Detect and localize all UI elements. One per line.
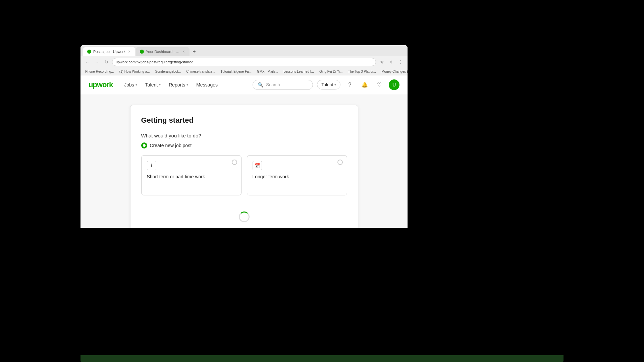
main-content: Getting started What would you like to d…: [80, 94, 408, 228]
bookmark-8[interactable]: Ging Fei Di Yi...: [318, 69, 344, 74]
bookmarks-bar: Phone Recording... (1) How Working a... …: [80, 68, 408, 75]
nav-talent[interactable]: Talent ▾: [142, 79, 164, 90]
nav-jobs[interactable]: Jobs ▾: [121, 79, 141, 90]
short-term-icon: ℹ: [147, 161, 156, 170]
tab-bar: Post a job - Upwork × Your Dashboard - U…: [80, 45, 408, 56]
bookmark-9[interactable]: The Top 3 Platfor...: [346, 69, 377, 74]
upwork-navbar: upwork Jobs ▾ Talent ▾ Reports ▾ Message…: [80, 75, 408, 94]
avatar[interactable]: U: [389, 79, 399, 90]
bookmark-7[interactable]: Lessons Learned I...: [282, 69, 315, 74]
bookmark-6[interactable]: GMX - Mails...: [256, 69, 279, 74]
info-icon: ℹ: [151, 163, 152, 168]
loading-section: [141, 205, 347, 228]
address-bar[interactable]: upwork.com/nx/jobs/post/regular/getting-…: [112, 58, 376, 66]
longer-term-title: Longer term work: [253, 174, 341, 180]
nav-links: Jobs ▾ Talent ▾ Reports ▾ Messages: [121, 79, 253, 90]
loading-spinner: [239, 212, 250, 222]
tab-title-1: Post a job - Upwork: [93, 50, 125, 54]
tab-close-2[interactable]: ×: [182, 49, 185, 54]
help-button[interactable]: ?: [344, 79, 355, 90]
talent-btn-chevron-icon: ▾: [334, 83, 336, 86]
tab-favicon-2: [140, 50, 144, 54]
back-button[interactable]: ←: [84, 58, 91, 66]
talent-dropdown-button[interactable]: Talent ▾: [317, 80, 340, 89]
new-tab-button[interactable]: +: [190, 48, 198, 56]
tab-title-2: Your Dashboard - Upwork: [146, 50, 180, 54]
jobs-chevron-icon: ▾: [136, 83, 137, 86]
dialog-question: What would you like to do?: [141, 133, 347, 138]
reports-chevron-icon: ▾: [186, 83, 188, 86]
dialog-title: Getting started: [141, 116, 347, 125]
longer-term-icon: 📅: [253, 161, 262, 170]
bookmark-1[interactable]: Phone Recording...: [84, 69, 115, 74]
short-term-radio: [232, 160, 237, 165]
create-job-radio-icon: [141, 142, 147, 148]
forward-button[interactable]: →: [93, 58, 101, 66]
short-term-card[interactable]: ℹ Short term or part time work: [141, 155, 241, 195]
search-placeholder: Search: [266, 82, 280, 87]
getting-started-card: Getting started What would you like to d…: [130, 105, 358, 228]
create-new-job-option[interactable]: Create new job post: [141, 142, 347, 148]
work-type-cards: ℹ Short term or part time work 📅 Longer …: [141, 155, 347, 195]
short-term-title: Short term or part time work: [147, 174, 236, 180]
tab-dashboard[interactable]: Your Dashboard - Upwork ×: [136, 47, 190, 56]
favorites-button[interactable]: ♡: [374, 79, 385, 90]
bottom-bar: [80, 355, 564, 362]
reload-button[interactable]: ↻: [103, 58, 110, 66]
create-new-job-label: Create new job post: [150, 143, 192, 148]
bookmark-3[interactable]: Sonderangebot...: [154, 69, 182, 74]
tab-favicon-1: [87, 50, 91, 54]
search-box[interactable]: 🔍 Search: [253, 80, 313, 90]
tab-post-job[interactable]: Post a job - Upwork ×: [83, 47, 135, 56]
bookmark-button[interactable]: ★: [378, 58, 385, 66]
more-button[interactable]: ⋮: [397, 58, 404, 66]
search-icon: 🔍: [258, 82, 263, 87]
extensions-button[interactable]: ◊: [387, 58, 395, 66]
nav-right: 🔍 Search Talent ▾ ? 🔔 ♡ U: [253, 79, 399, 90]
tab-close-1[interactable]: ×: [127, 49, 131, 54]
talent-chevron-icon: ▾: [159, 83, 161, 86]
page-content: upwork Jobs ▾ Talent ▾ Reports ▾ Message…: [80, 75, 408, 228]
notifications-button[interactable]: 🔔: [359, 79, 370, 90]
longer-term-card[interactable]: 📅 Longer term work: [247, 155, 347, 195]
calendar-icon: 📅: [254, 163, 260, 168]
bookmark-2[interactable]: (1) How Working a...: [118, 69, 151, 74]
longer-term-radio: [337, 160, 343, 165]
nav-reports[interactable]: Reports ▾: [165, 79, 192, 90]
url-text: upwork.com/nx/jobs/post/regular/getting-…: [116, 60, 194, 64]
bookmark-10[interactable]: Money Changes E...: [380, 69, 408, 74]
bookmark-5[interactable]: Tutorial: Elgene Fa...: [219, 69, 253, 74]
bookmark-4[interactable]: Chinese translate...: [185, 69, 216, 74]
nav-messages[interactable]: Messages: [193, 79, 221, 90]
upwork-logo[interactable]: upwork: [89, 80, 113, 89]
address-bar-row: ← → ↻ upwork.com/nx/jobs/post/regular/ge…: [80, 56, 408, 68]
